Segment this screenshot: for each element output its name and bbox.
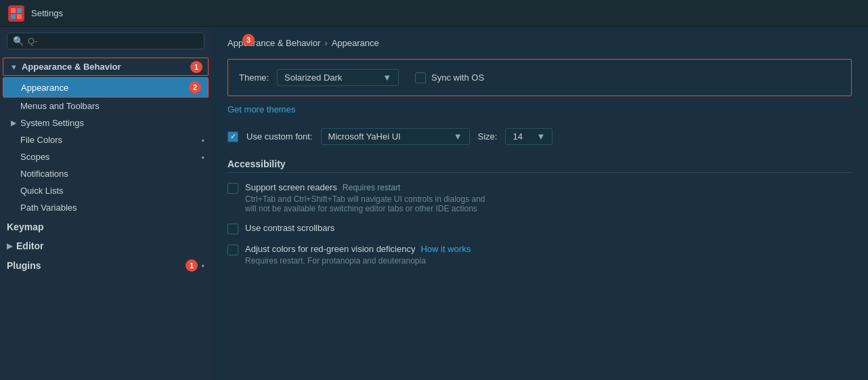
item-label: Menus and Toolbars (20, 101, 100, 111)
section-label: Plugins (7, 260, 41, 271)
scopes-icon: ▪ (202, 153, 204, 161)
svg-rect-3 (11, 14, 16, 19)
theme-selected-value: Solarized Dark (284, 72, 377, 83)
sidebar-item-menus-toolbars[interactable]: Menus and Toolbars (0, 98, 211, 114)
contrast-scrollbars-text: Use contrast scrollbars (245, 223, 334, 233)
accessibility-title: Accessibility (227, 159, 852, 173)
color-deficiency-checkbox[interactable] (227, 245, 238, 255)
item-label: Appearance (21, 83, 68, 93)
breadcrumb: Appearance & Behavior 3 › Appearance (227, 38, 852, 48)
item-label: File Colors (20, 135, 62, 145)
accessibility-item-screen-readers: Support screen readers Requires restart … (227, 182, 852, 213)
font-dropdown[interactable]: Microsoft YaHei UI ▼ (321, 128, 470, 145)
accessibility-item-color-deficiency: Adjust colors for red-green vision defic… (227, 244, 852, 266)
size-dropdown[interactable]: 14 ▼ (505, 128, 552, 145)
sync-with-os-label: Sync with OS (431, 72, 484, 83)
section-label: Editor (16, 240, 43, 251)
expand-icon: ▼ (10, 63, 18, 71)
screen-readers-note: Requires restart (343, 183, 400, 192)
svg-rect-2 (17, 8, 22, 13)
window-title: Settings (31, 8, 63, 18)
sidebar-item-quick-lists[interactable]: Quick Lists (0, 182, 211, 199)
size-dropdown-arrow-icon: ▼ (537, 131, 546, 142)
color-deficiency-label: Adjust colors for red-green vision defic… (245, 244, 415, 254)
sidebar-item-keymap[interactable]: Keymap (0, 216, 211, 235)
search-box-container[interactable]: 🔍 (7, 33, 204, 49)
item-label: Path Variables (20, 203, 77, 213)
sidebar-item-system-settings[interactable]: ▶ System Settings (0, 114, 211, 131)
font-row: ✓ Use custom font: Microsoft YaHei UI ▼ … (227, 128, 852, 145)
size-label: Size: (478, 131, 498, 142)
content-area: Appearance & Behavior 3 › Appearance The… (211, 27, 868, 380)
section-badge: 1 (190, 61, 202, 73)
font-selected-value: Microsoft YaHei UI (328, 131, 448, 142)
sidebar-item-path-variables[interactable]: Path Variables (0, 199, 211, 216)
theme-dropdown-arrow-icon: ▼ (383, 72, 391, 83)
sidebar-item-plugins[interactable]: Plugins 1 ▪ (0, 254, 211, 274)
item-label: System Settings (20, 118, 84, 128)
theme-label: Theme: (239, 72, 269, 83)
theme-row: Theme: Solarized Dark ▼ Sync with OS (227, 59, 852, 96)
use-custom-font-label: Use custom font: (246, 131, 313, 142)
title-bar: Settings (0, 0, 868, 27)
sidebar-item-editor[interactable]: ▶ Editor (0, 235, 211, 254)
item-badge: 2 (189, 81, 201, 93)
svg-rect-0 (8, 5, 24, 22)
search-input[interactable] (28, 36, 198, 46)
section-label: Keymap (7, 221, 43, 232)
breadcrumb-current: Appearance (332, 38, 379, 48)
color-deficiency-desc: Requires restart. For protanopia and deu… (245, 256, 471, 266)
sidebar-item-appearance[interactable]: Appearance 2 (3, 77, 209, 98)
sidebar-tree: ▼ Appearance & Behavior 1 Appearance 2 M… (0, 55, 211, 380)
screen-readers-text: Support screen readers Requires restart … (245, 182, 485, 213)
how-it-works-link[interactable]: How it works (420, 244, 471, 254)
file-colors-icon: ▪ (202, 136, 204, 144)
plugins-icon: ▪ (202, 261, 204, 270)
search-wrap: 🔍 (0, 27, 211, 55)
sidebar-item-notifications[interactable]: Notifications (0, 165, 211, 182)
screen-readers-label: Support screen readers (245, 182, 337, 192)
plugins-badge: 1 (186, 259, 198, 272)
get-more-themes-link[interactable]: Get more themes (227, 104, 295, 114)
sync-with-os-checkbox[interactable] (415, 72, 426, 83)
sidebar: 🔍 ▼ Appearance & Behavior 1 Appearance 2… (0, 27, 211, 380)
contrast-scrollbars-label: Use contrast scrollbars (245, 223, 334, 233)
sidebar-item-appearance-behavior[interactable]: ▼ Appearance & Behavior 1 (3, 58, 209, 76)
item-label: Quick Lists (20, 186, 64, 196)
item-label: Notifications (20, 169, 68, 179)
main-layout: 🔍 ▼ Appearance & Behavior 1 Appearance 2… (0, 27, 868, 380)
sync-with-os-wrap: Sync with OS (415, 72, 484, 83)
accessibility-item-contrast-scrollbars: Use contrast scrollbars (227, 223, 852, 234)
app-logo (8, 5, 24, 22)
sidebar-item-scopes[interactable]: Scopes ▪ (0, 148, 211, 165)
breadcrumb-separator: › (324, 38, 327, 48)
search-icon: 🔍 (13, 36, 24, 46)
svg-rect-4 (17, 14, 22, 19)
section-label: Appearance & Behavior (22, 62, 121, 72)
color-deficiency-text: Adjust colors for red-green vision defic… (245, 244, 471, 266)
sidebar-item-file-colors[interactable]: File Colors ▪ (0, 131, 211, 148)
screen-readers-desc: Ctrl+Tab and Ctrl+Shift+Tab will navigat… (245, 194, 485, 213)
screen-readers-checkbox[interactable] (227, 183, 238, 194)
font-dropdown-arrow-icon: ▼ (454, 131, 462, 142)
size-value: 14 (513, 131, 531, 142)
expand-icon: ▶ (7, 242, 12, 251)
contrast-scrollbars-checkbox[interactable] (227, 224, 238, 234)
item-label: Scopes (20, 152, 49, 162)
svg-rect-1 (11, 8, 16, 13)
expand-icon: ▶ (11, 119, 16, 127)
breadcrumb-parent[interactable]: Appearance & Behavior (227, 38, 320, 48)
breadcrumb-badge: 3 (242, 34, 255, 46)
use-custom-font-checkbox[interactable]: ✓ (227, 131, 238, 142)
theme-dropdown[interactable]: Solarized Dark ▼ (277, 69, 399, 86)
